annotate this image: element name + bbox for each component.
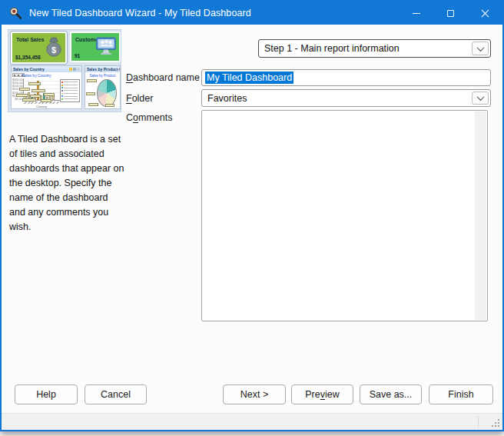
preview-panel-sales-by-country: Sales by Country Sales by Country $300,0…: [11, 65, 82, 109]
mini-chart-title: Sales by Country: [12, 73, 61, 78]
step-selector-dropdown-button[interactable]: [472, 42, 489, 55]
data-label-chip: [41, 99, 51, 102]
data-label-chip: [22, 98, 36, 102]
resize-grip[interactable]: [498, 425, 499, 427]
statusbar: [2, 413, 502, 430]
tool-icon: [69, 68, 72, 71]
statusbar-separator: [478, 416, 479, 428]
dashboard-preview-thumbnail: Total Sales $1,354,458 $ Customers 91: [8, 29, 121, 112]
mini-bar-chart-legend: [60, 79, 80, 102]
wizard-description: A Tiled Dashboard is a set of tiles and …: [9, 132, 126, 235]
data-label-chip: [105, 104, 114, 107]
folder-select[interactable]: Favorites: [201, 89, 491, 107]
maximize-button[interactable]: [433, 2, 468, 25]
comments-textarea[interactable]: [201, 110, 488, 321]
dashboard-name-label: Dashboard name: [126, 72, 200, 83]
minimize-button[interactable]: [399, 2, 433, 25]
next-button[interactable]: Next >: [223, 384, 286, 404]
tile-title: Total Sales: [16, 37, 44, 42]
data-label-chip: [88, 103, 98, 106]
data-label-chip: [86, 92, 95, 95]
customers-monitor-icon: [95, 37, 117, 56]
data-label-chip: [30, 95, 41, 98]
data-label-chip: [32, 89, 45, 92]
panel-header-text: Sales by Product Category: [87, 67, 120, 72]
legend-row: [61, 101, 78, 102]
panel-header: Sales by Product Category: [85, 66, 120, 72]
data-label-chip: [87, 79, 97, 82]
data-label-chip: [28, 82, 41, 85]
finish-button[interactable]: Finish: [429, 384, 493, 404]
tile-value: $1,354,458: [15, 55, 41, 60]
wizard-dialog: New Tiled Dashboard Wizard - My Tiled Da…: [0, 0, 504, 431]
mini-pie-chart: Sales by Product: [85, 72, 120, 108]
data-label-chip: [44, 93, 55, 96]
dialog-content: Total Sales $1,354,458 $ Customers 91: [2, 25, 502, 413]
chevron-down-icon: [476, 44, 484, 52]
comments-label: Comments: [126, 112, 172, 123]
folder-select-value: Favorites: [207, 93, 247, 104]
preview-panel-sales-by-product: Sales by Product Category Sales by Produ…: [85, 65, 121, 109]
help-button[interactable]: Help: [15, 384, 78, 404]
maximize-icon: [447, 10, 454, 17]
dashboard-name-input[interactable]: My Tiled Dashboard: [201, 69, 491, 86]
mini-x-axis-label: Country: [23, 105, 60, 108]
preview-button[interactable]: Preview: [291, 384, 353, 404]
app-magnifier-icon: [9, 7, 22, 20]
chevron-down-icon: [476, 93, 484, 101]
titlebar[interactable]: New Tiled Dashboard Wizard - My Tiled Da…: [2, 2, 502, 25]
comments-scrollbar[interactable]: [475, 111, 486, 320]
folder-dropdown-button[interactable]: [472, 92, 489, 105]
save-as-button[interactable]: Save as...: [360, 384, 422, 404]
panel-toolbar-icons: [69, 68, 80, 71]
step-selector[interactable]: Step 1 - Main report information: [258, 39, 491, 58]
tile-value: 91: [75, 53, 80, 58]
close-button[interactable]: [468, 2, 502, 25]
mini-y-tick: $0.00: [12, 98, 22, 101]
tool-icon: [73, 68, 76, 71]
minimize-icon: [413, 13, 420, 14]
data-label-chip: [16, 94, 28, 97]
panel-header-text: Sales by Country: [13, 67, 45, 72]
panel-header: Sales by Country: [12, 66, 81, 72]
folder-label: Folder: [126, 93, 153, 104]
cancel-button[interactable]: Cancel: [85, 384, 147, 404]
step-selector-value: Step 1 - Main report information: [264, 43, 400, 54]
tool-icon: [77, 68, 80, 71]
close-icon: [481, 9, 489, 18]
mini-pie-title: Sales by Product: [85, 74, 120, 78]
dashboard-name-selected-text: My Tiled Dashboard: [205, 72, 293, 84]
data-label-chip: [19, 88, 30, 91]
preview-tile-customers: Customers 91: [70, 32, 121, 62]
mini-pie: [97, 79, 117, 107]
preview-tile-total-sales: Total Sales $1,354,458 $: [11, 32, 67, 64]
mini-bar: [52, 95, 55, 100]
svg-text:$: $: [51, 45, 56, 55]
mini-bar-chart: Sales by Country $300,000.00$250,000.00$…: [12, 72, 81, 108]
money-bag-icon: $: [45, 37, 63, 57]
window-title: New Tiled Dashboard Wizard - My Tiled Da…: [29, 8, 251, 18]
